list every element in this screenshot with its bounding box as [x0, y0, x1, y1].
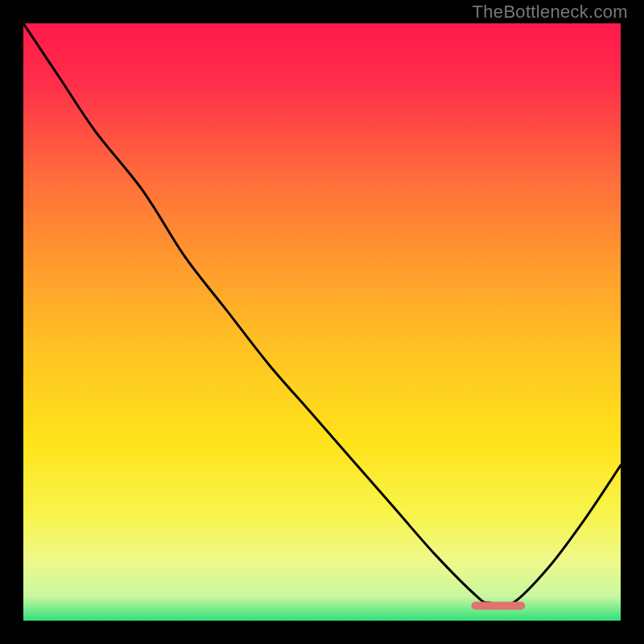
optimum-marker — [472, 601, 526, 609]
gradient-background — [23, 23, 621, 621]
chart-frame: TheBottleneck.com — [0, 0, 644, 644]
plot-svg — [23, 23, 621, 621]
watermark-text: TheBottleneck.com — [473, 2, 628, 23]
plot-area — [23, 23, 621, 621]
